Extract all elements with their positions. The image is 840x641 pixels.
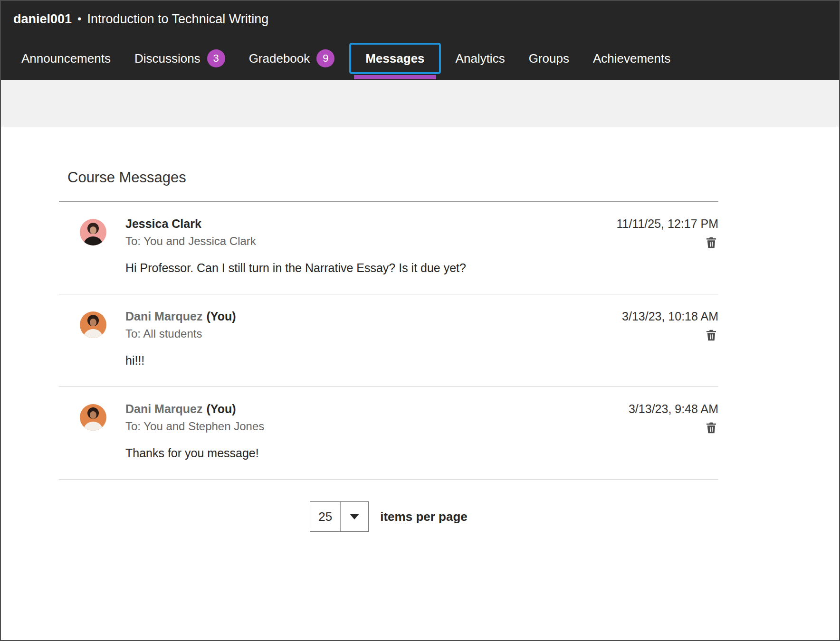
avatar	[80, 219, 106, 245]
active-tab-underline	[354, 75, 436, 79]
message-preview: Hi Professor. Can I still turn in the Na…	[125, 261, 616, 275]
items-per-page-value: 25	[310, 502, 341, 531]
message-row[interactable]: Dani Marquez(You) To: You and Stephen Jo…	[59, 387, 718, 480]
message-sender-line: Jessica Clark	[125, 217, 616, 231]
message-timestamp: 11/11/25, 12:17 PM	[616, 217, 718, 231]
tab-gradebook[interactable]: Gradebook 9	[237, 37, 347, 80]
message-timestamp: 3/13/23, 10:18 AM	[622, 310, 718, 323]
sender-name: Dani Marquez	[125, 402, 203, 415]
page-title: Course Messages	[67, 169, 839, 186]
tab-label: Messages	[365, 51, 424, 66]
tab-achievements[interactable]: Achievements	[581, 37, 682, 80]
course-title: Introduction to Technical Writing	[87, 12, 268, 27]
tab-label: Gradebook	[249, 51, 310, 66]
message-row[interactable]: Dani Marquez(You) To: All students hi!!!…	[59, 294, 718, 387]
tab-label: Achievements	[593, 51, 670, 66]
message-row[interactable]: Jessica Clark To: You and Jessica Clark …	[59, 202, 718, 294]
tab-label: Analytics	[456, 51, 505, 66]
message-sender-line: Dani Marquez(You)	[125, 310, 622, 323]
course-messages-panel: Course Messages Jessica Clark To: You an…	[1, 127, 839, 532]
avatar	[80, 311, 106, 338]
header-separator: •	[77, 12, 81, 26]
trash-icon	[704, 236, 718, 250]
message-meta: 3/13/23, 9:48 AM	[629, 402, 718, 460]
pagination: 25 items per page	[59, 501, 718, 532]
username: daniel001	[13, 12, 72, 27]
message-timestamp: 3/13/23, 9:48 AM	[629, 402, 718, 416]
message-sender-line: Dani Marquez(You)	[125, 402, 629, 416]
chevron-down-icon	[350, 514, 359, 519]
delete-message-button[interactable]	[704, 328, 718, 342]
message-recipients: To: You and Jessica Clark	[125, 235, 616, 248]
tab-analytics[interactable]: Analytics	[444, 37, 517, 80]
course-header-bar: daniel001 • Introduction to Technical Wr…	[1, 1, 839, 37]
message-list: Jessica Clark To: You and Jessica Clark …	[59, 201, 718, 480]
select-arrow-segment	[341, 502, 368, 531]
tab-announcements[interactable]: Announcements	[10, 37, 123, 80]
sender-name: Jessica Clark	[125, 217, 201, 230]
message-body: Dani Marquez(You) To: All students hi!!!	[125, 310, 622, 368]
sender-suffix: (You)	[207, 310, 236, 323]
message-meta: 11/11/25, 12:17 PM	[616, 217, 718, 275]
avatar	[80, 404, 106, 431]
message-body: Jessica Clark To: You and Jessica Clark …	[125, 217, 616, 275]
items-per-page-label: items per page	[380, 509, 468, 524]
delete-message-button[interactable]	[704, 421, 718, 435]
tab-groups[interactable]: Groups	[517, 37, 581, 80]
message-preview: Thanks for you message!	[125, 446, 629, 460]
trash-icon	[704, 328, 718, 342]
gradebook-count-badge: 9	[316, 49, 334, 67]
tab-label: Discussions	[134, 51, 200, 66]
items-per-page-select[interactable]: 25	[310, 501, 369, 532]
trash-icon	[704, 421, 718, 435]
message-meta: 3/13/23, 10:18 AM	[622, 310, 718, 368]
message-recipients: To: All students	[125, 327, 622, 340]
tab-messages[interactable]: Messages	[349, 43, 440, 74]
sender-name: Dani Marquez	[125, 310, 203, 323]
toolbar-strip	[1, 80, 839, 127]
tab-discussions[interactable]: Discussions 3	[123, 37, 237, 80]
tab-label: Groups	[529, 51, 569, 66]
tab-label: Announcements	[21, 51, 111, 66]
message-recipients: To: You and Stephen Jones	[125, 420, 629, 433]
discussions-count-badge: 3	[207, 49, 225, 67]
delete-message-button[interactable]	[704, 236, 718, 250]
message-body: Dani Marquez(You) To: You and Stephen Jo…	[125, 402, 629, 460]
sender-suffix: (You)	[207, 402, 236, 415]
message-preview: hi!!!	[125, 354, 622, 368]
course-nav: Announcements Discussions 3 Gradebook 9 …	[1, 37, 839, 80]
